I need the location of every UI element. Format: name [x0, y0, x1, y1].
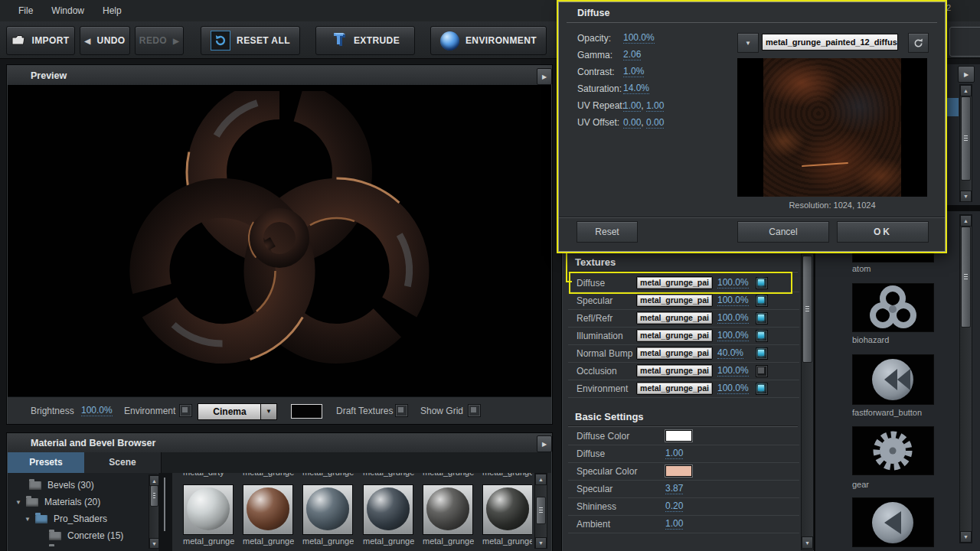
object-thumb-fastforward[interactable] — [852, 354, 934, 405]
texture-map-button[interactable]: metal_grunge_pai — [636, 329, 713, 342]
scroll-up-icon[interactable]: ▲ — [535, 474, 547, 485]
extrude-button[interactable]: EXTRUDE — [315, 26, 415, 55]
reset-button[interactable]: Reset — [577, 221, 638, 243]
uv-offset-v[interactable]: 0.00 — [646, 117, 664, 129]
specular-color-swatch[interactable] — [665, 465, 692, 477]
uv-repeat-u[interactable]: 1.00 — [623, 100, 641, 112]
browser-splitter-handle[interactable] — [164, 478, 165, 531]
gamma-value[interactable]: 2.06 — [623, 50, 641, 60]
tree-item-concrete[interactable]: Concrete (15) — [8, 527, 158, 544]
partial-toolbar-button[interactable] — [949, 27, 980, 57]
show-grid-checkbox[interactable] — [468, 404, 481, 417]
texture-amount-value[interactable]: 100.0% — [717, 313, 749, 324]
material-thumb[interactable] — [363, 484, 413, 535]
tree-item-bevels[interactable]: Bevels (30) — [8, 477, 158, 494]
texture-refresh-button[interactable] — [908, 33, 929, 53]
scroll-down-icon[interactable]: ▼ — [802, 536, 813, 549]
material-thumb[interactable] — [482, 484, 532, 535]
tree-item-materials[interactable]: ▼ Materials (20) — [8, 494, 158, 510]
highlight-connector-line — [566, 252, 567, 282]
scroll-down-icon[interactable]: ▼ — [535, 537, 547, 549]
tab-presets[interactable]: Presets — [8, 452, 85, 473]
scroll-down-icon[interactable]: ▼ — [960, 531, 972, 543]
menu-window[interactable]: Window — [51, 5, 84, 16]
environment-checkbox[interactable] — [179, 404, 192, 417]
import-button[interactable]: IMPORT — [6, 26, 75, 55]
material-thumb[interactable] — [183, 484, 234, 535]
ok-button[interactable]: OK — [837, 221, 929, 243]
objects-upper-scrollbar[interactable]: ▲ ▼ — [959, 84, 972, 202]
undo-button[interactable]: ◀ UNDO — [80, 26, 130, 55]
camera-select[interactable]: Cinema — [198, 403, 262, 420]
browser-collapse-button[interactable]: ▶ — [537, 435, 552, 452]
texture-enable-checkbox[interactable] — [756, 312, 768, 324]
redo-button[interactable]: REDO ▶ — [135, 26, 184, 55]
tree-scrollbar-thumb[interactable] — [150, 485, 158, 507]
settings-scrollbar[interactable]: ▼ — [801, 253, 814, 550]
texture-name-field[interactable]: metal_grunge_painted_12_diffus — [762, 34, 898, 51]
scroll-down-icon[interactable]: ▼ — [960, 191, 972, 202]
texture-map-button[interactable]: metal_grunge_pai — [636, 347, 713, 360]
object-label: biohazard — [852, 335, 889, 344]
uv-offset-u[interactable]: 0.00 — [623, 117, 641, 129]
texture-enable-checkbox[interactable] — [756, 347, 768, 360]
contrast-value[interactable]: 1.0% — [623, 67, 644, 77]
objects-lower-scrollbar[interactable]: ▲ ▼ — [959, 214, 972, 543]
texture-map-button[interactable]: metal_grunge_pai — [636, 382, 713, 395]
saturation-value[interactable]: 14.0% — [623, 83, 649, 94]
shininess-value[interactable]: 0.20 — [665, 501, 683, 512]
thumbnails-scrollbar-thumb[interactable] — [536, 497, 546, 524]
texture-enable-checkbox[interactable] — [756, 383, 768, 395]
selected-list-item-sliver[interactable] — [944, 98, 959, 116]
texture-enable-checkbox[interactable] — [756, 330, 768, 342]
texture-map-button[interactable]: metal_grunge_pai — [636, 294, 713, 307]
texture-map-button[interactable]: metal_grunge_pai — [636, 311, 713, 324]
background-color-swatch[interactable] — [291, 404, 322, 419]
ambient-value[interactable]: 1.00 — [665, 519, 683, 530]
texture-enable-checkbox[interactable] — [756, 365, 768, 377]
objects-upper-scrollbar-thumb[interactable] — [961, 96, 971, 181]
material-thumb[interactable] — [302, 484, 353, 535]
diffuse-value[interactable]: 1.00 — [665, 448, 683, 459]
preview-viewport[interactable] — [8, 85, 551, 396]
objects-collapse-button[interactable]: ▶ — [958, 66, 975, 83]
texture-enable-checkbox[interactable] — [756, 295, 768, 307]
gear-glyph-icon — [853, 427, 933, 474]
menu-file[interactable]: File — [18, 5, 33, 16]
settings-scrollbar-thumb[interactable] — [802, 256, 812, 363]
tab-scene[interactable]: Scene — [84, 452, 162, 473]
reset-all-button[interactable]: RESET ALL — [201, 26, 300, 55]
expand-triangle-icon[interactable]: ▼ — [24, 516, 31, 523]
brightness-value[interactable]: 100.0% — [81, 406, 113, 416]
menu-help[interactable]: Help — [103, 5, 122, 16]
texture-dropdown-button[interactable]: ▼ — [737, 33, 759, 53]
object-thumb-play-button[interactable] — [852, 497, 934, 547]
object-thumb-gear[interactable] — [852, 426, 934, 475]
uv-repeat-v[interactable]: 1.00 — [646, 100, 664, 112]
material-thumb[interactable] — [423, 484, 473, 535]
objects-lower-scrollbar-thumb[interactable] — [961, 227, 971, 328]
opacity-value[interactable]: 100.0% — [623, 33, 655, 44]
scroll-up-icon[interactable]: ▲ — [960, 215, 972, 227]
cancel-button[interactable]: Cancel — [737, 221, 829, 243]
object-thumb-biohazard[interactable] — [852, 283, 934, 332]
material-thumb[interactable] — [243, 484, 293, 535]
diffuse-color-swatch[interactable] — [665, 430, 692, 442]
object-thumb-atom[interactable] — [852, 253, 934, 262]
thumbnails-scrollbar[interactable]: ▲ ▼ — [534, 473, 547, 549]
specular-value[interactable]: 3.87 — [665, 484, 683, 494]
texture-map-button[interactable]: metal_grunge_pai — [636, 364, 713, 377]
preview-collapse-button[interactable]: ▶ — [537, 68, 552, 85]
expand-triangle-icon[interactable]: ▼ — [15, 499, 21, 506]
texture-amount-value[interactable]: 100.0% — [717, 295, 749, 306]
environment-button[interactable]: ENVIRONMENT — [430, 26, 547, 55]
texture-amount-value[interactable]: 40.0% — [717, 348, 743, 359]
tree-item-pro-shaders[interactable]: ▼ Pro_Shaders — [8, 510, 158, 527]
tree-item-clipped[interactable] — [49, 546, 61, 551]
camera-select-dropdown-icon[interactable]: ▼ — [260, 403, 277, 420]
texture-amount-value[interactable]: 100.0% — [717, 331, 749, 341]
draft-textures-checkbox[interactable] — [395, 404, 408, 417]
scroll-up-icon[interactable]: ▲ — [960, 85, 972, 96]
texture-amount-value[interactable]: 100.0% — [717, 366, 749, 377]
texture-amount-value[interactable]: 100.0% — [717, 383, 749, 394]
